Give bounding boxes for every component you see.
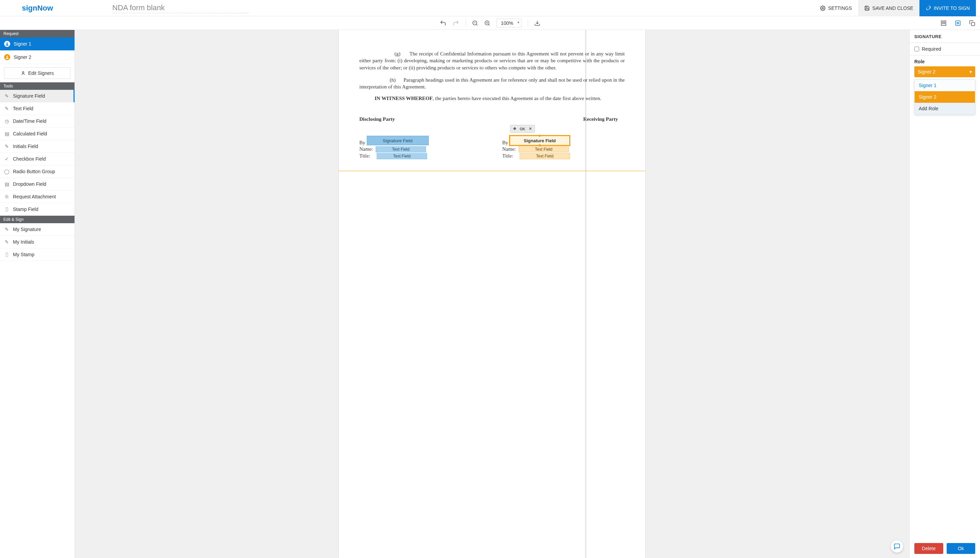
svg-point-15 (7, 56, 8, 57)
svg-rect-10 (944, 21, 946, 23)
required-row[interactable]: Required (909, 43, 980, 56)
name-label: Name: (359, 146, 373, 152)
text-field-title-signer2[interactable]: Text Field (520, 153, 570, 159)
settings-label: SETTINGS (828, 5, 852, 11)
witness-clause: IN WITNESS WHEREOF, the parties hereto h… (359, 95, 625, 102)
role-option-signer2[interactable]: Signer 2 (915, 91, 975, 103)
invite-to-sign-button[interactable]: INVITE TO SIGN (919, 0, 976, 16)
doc-title-input[interactable]: NDA form blank (112, 3, 248, 13)
chat-icon (893, 543, 900, 550)
svg-point-16 (22, 71, 24, 73)
tool-signature-field[interactable]: ✎Signature Field (0, 90, 74, 102)
clause-h-label: (h) (390, 77, 396, 83)
signature-field-signer2-selected[interactable]: Signature Field ✥ OK ✕ (509, 135, 570, 146)
tool-label: Signature Field (13, 93, 45, 98)
mystamp-icon: ⌷ (4, 252, 10, 257)
role-label: Role (909, 56, 980, 66)
signature-icon: ✎ (4, 93, 10, 98)
left-sidebar: Request Signer 1 Signer 2 Edit Signers T… (0, 30, 75, 558)
role-dropdown: Signer 1 Signer 2 Add Role (914, 79, 975, 115)
receiving-signature-block: By Signature Field ✥ OK ✕ Name: Text Fie… (502, 140, 618, 159)
tool-datetime-field[interactable]: ◷Date/Time Field (0, 115, 74, 128)
svg-rect-13 (972, 22, 975, 26)
document-canvas[interactable]: (g) The receipt of Confidential Informat… (75, 30, 909, 558)
role-option-add[interactable]: Add Role (915, 103, 975, 114)
tool-dropdown-field[interactable]: ▤Dropdown Field (0, 178, 74, 190)
zoom-select[interactable]: 100% (496, 19, 522, 28)
copy-icon[interactable] (969, 20, 975, 26)
party-row: Disclosing Party Receiving Party (359, 117, 625, 122)
tool-label: Checkbox Field (13, 156, 46, 162)
title-line-1: Title: Text Field (359, 153, 475, 159)
ok-button[interactable]: Ok (947, 543, 975, 554)
role-option-signer1[interactable]: Signer 1 (915, 80, 975, 91)
tool-stamp-field[interactable]: ⌷Stamp Field (0, 203, 74, 216)
tool-label: Radio Button Group (13, 169, 55, 174)
by-label: By (502, 140, 508, 145)
logo[interactable]: signNow (0, 4, 75, 13)
chevron-down-icon: ▾ (969, 69, 972, 74)
tool-my-initials[interactable]: ✎My Initials (0, 236, 74, 248)
tool-label: My Stamp (13, 252, 34, 257)
tool-radio-field[interactable]: ◯Radio Button Group (0, 165, 74, 178)
edit-signers-button[interactable]: Edit Signers (4, 67, 71, 79)
undo-icon[interactable] (440, 20, 446, 26)
title-label: Title: (359, 153, 370, 159)
signer-1-label: Signer 1 (14, 41, 31, 47)
required-label: Required (922, 46, 941, 52)
settings-button[interactable]: SETTINGS (814, 0, 858, 16)
panel-footer: Delete Ok (909, 539, 980, 558)
fields-panel-icon[interactable] (955, 20, 961, 26)
invite-label: INVITE TO SIGN (934, 5, 970, 11)
save-icon (864, 5, 870, 11)
tool-calculated-field[interactable]: ▤Calculated Field (0, 128, 74, 140)
tool-label: Initials Field (13, 144, 38, 149)
redo-icon[interactable] (453, 20, 460, 26)
save-close-button[interactable]: SAVE AND CLOSE (858, 0, 919, 16)
zoom-out-icon[interactable] (472, 20, 478, 26)
tool-my-signature[interactable]: ✎My Signature (0, 223, 74, 236)
chat-help-button[interactable] (891, 540, 903, 553)
toolbar: 100% (0, 16, 980, 30)
title-label: Title: (502, 153, 513, 159)
tool-label: Request Attachment (13, 194, 56, 199)
disclosing-party-label: Disclosing Party (359, 117, 395, 122)
by-line-2: By Signature Field ✥ OK ✕ (502, 140, 618, 146)
delete-button[interactable]: Delete (914, 543, 943, 554)
zoom-in-icon[interactable] (484, 20, 490, 26)
tool-label: My Signature (13, 226, 41, 232)
request-header: Request (0, 30, 74, 38)
tool-text-field[interactable]: ✎Text Field (0, 102, 74, 115)
layout-icon[interactable] (941, 20, 947, 26)
by-label: By (359, 140, 366, 145)
edit-sign-header: Edit & Sign (0, 216, 74, 223)
move-icon[interactable]: ✥ (513, 126, 516, 131)
popover-ok-button[interactable]: OK (520, 127, 525, 131)
signer-1-item[interactable]: Signer 1 (0, 38, 74, 51)
signature-field-signer1[interactable]: Signature Field (367, 136, 429, 145)
signer2-avatar-icon (4, 54, 10, 60)
mysig-icon: ✎ (4, 226, 10, 232)
signer-2-item[interactable]: Signer 2 (0, 51, 74, 64)
text-field-name-signer1[interactable]: Text Field (376, 146, 426, 153)
receiving-party-label: Receiving Party (583, 117, 618, 122)
tool-label: Text Field (13, 106, 33, 111)
required-checkbox[interactable] (914, 47, 919, 51)
text-field-name-signer2[interactable]: Text Field (519, 146, 569, 153)
stamp-icon: ⌷ (4, 207, 10, 212)
tool-checkbox-field[interactable]: ✓Checkbox Field (0, 153, 74, 165)
attach-icon: ⎘ (4, 194, 10, 199)
tool-initials-field[interactable]: ✎Initials Field (0, 140, 74, 153)
download-icon[interactable] (534, 20, 540, 26)
sig2-label: Signature Field (524, 138, 556, 143)
name-line-2: Name: Text Field (502, 146, 618, 153)
tool-attachment-field[interactable]: ⎘Request Attachment (0, 190, 74, 203)
tool-label: Date/Time Field (13, 118, 46, 124)
signer1-avatar-icon (4, 41, 10, 47)
tool-my-stamp[interactable]: ⌷My Stamp (0, 248, 74, 261)
text-field-title-signer1[interactable]: Text Field (377, 153, 427, 159)
role-select[interactable]: Signer 2 ▾ (914, 66, 975, 77)
tool-label: My Initials (13, 239, 34, 245)
close-icon[interactable]: ✕ (529, 126, 532, 131)
header: signNow NDA form blank SETTINGS SAVE AND… (0, 0, 980, 16)
